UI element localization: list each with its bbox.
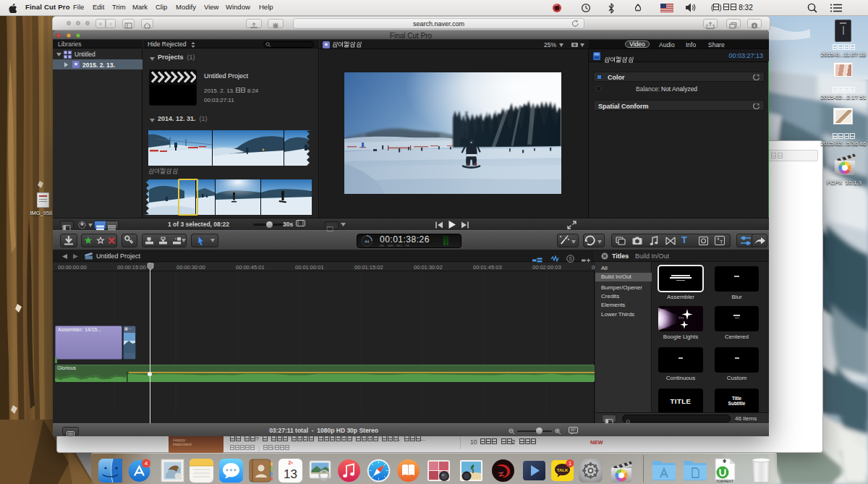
- svg-text:TORRENT: TORRENT: [716, 479, 733, 483]
- svg-text:S: S: [569, 256, 572, 261]
- svg-text:13: 13: [284, 467, 297, 481]
- svg-text:44: 44: [365, 239, 370, 244]
- svg-text:T: T: [720, 239, 723, 245]
- svg-text:TALK: TALK: [557, 468, 569, 472]
- svg-text:2▪: 2▪: [289, 460, 293, 465]
- svg-text:1: 1: [569, 460, 571, 467]
- svg-text:TITL: TITL: [678, 316, 685, 320]
- svg-text:4: 4: [145, 460, 148, 467]
